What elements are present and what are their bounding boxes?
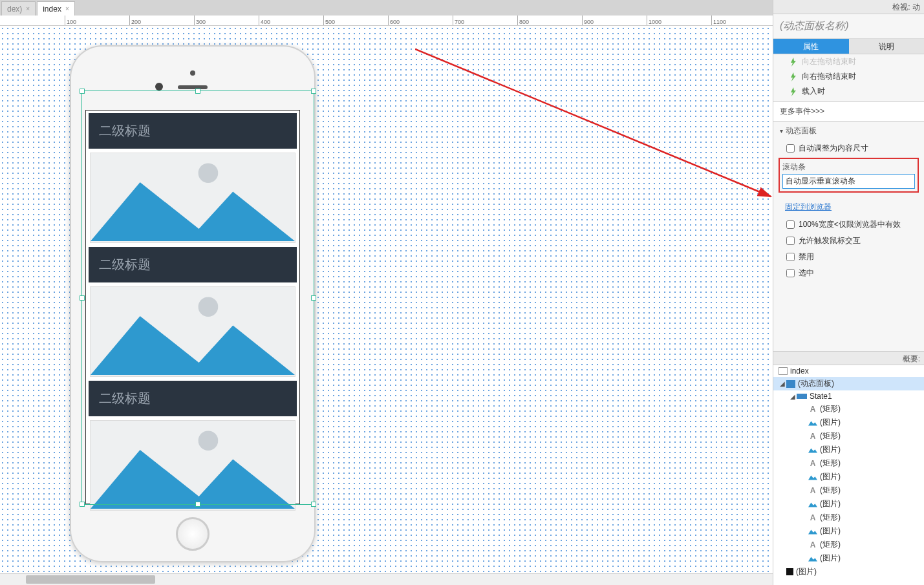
tab-prev[interactable]: dex)× (1, 1, 36, 16)
tab-index[interactable]: index× (37, 1, 75, 16)
lightning-icon (789, 58, 798, 67)
tab-properties[interactable]: 属性 (773, 39, 849, 54)
inspector-panel: 检视: 动 (动态面板名称) 属性 说明 向左拖动结束时 向右拖动结束时 载入时… (773, 0, 924, 585)
outline-row-dp[interactable]: ◢(动态面板) (773, 377, 924, 390)
canvas-area: 二级标题 二级标题 二级标题 (0, 26, 773, 585)
svg-point-1 (199, 163, 219, 183)
event-item[interactable]: 载入时 (773, 84, 924, 99)
phone-speaker-icon (178, 85, 208, 89)
card-heading: 二级标题 (89, 113, 297, 149)
image-placeholder (90, 420, 295, 511)
checkbox-selected[interactable]: 选中 (773, 265, 924, 281)
checkbox-disabled[interactable]: 禁用 (773, 249, 924, 265)
close-icon[interactable]: × (26, 5, 30, 12)
event-item[interactable]: 向右拖动结束时 (773, 69, 924, 84)
outline-header: 概要: (773, 351, 924, 365)
pin-to-browser-link[interactable]: 固定到浏览器 (773, 198, 924, 217)
outline-row-img[interactable]: (图片) (773, 551, 924, 565)
svg-marker-15 (808, 557, 817, 561)
chevron-down-icon: ▾ (780, 127, 783, 134)
svg-marker-10 (808, 421, 817, 425)
outline-row-img[interactable]: (图片) (773, 416, 924, 429)
scrollbar-label: 滚动条 (782, 162, 915, 173)
card-item[interactable]: 二级标题 (89, 247, 297, 377)
image-icon (808, 419, 817, 427)
scrollbar-horizontal[interactable] (0, 573, 773, 585)
outline-row-state[interactable]: ◢State1 (773, 390, 924, 402)
dynamic-panel-icon (786, 380, 795, 388)
event-item[interactable]: 向左拖动结束时 (773, 54, 924, 69)
svg-marker-13 (808, 502, 817, 507)
image-placeholder (90, 286, 295, 377)
collapse-icon[interactable]: ◢ (789, 393, 797, 400)
inspector-header: 检视: 动 (773, 0, 924, 14)
card-item[interactable]: 二级标题 (89, 113, 297, 243)
outline-tree: index ◢(动态面板) ◢State1 A(矩形) (图片) A(矩形) (… (773, 365, 924, 585)
lightning-icon (789, 87, 798, 96)
phone-frame: 二级标题 二级标题 二级标题 (70, 45, 316, 562)
svg-line-9 (415, 49, 771, 197)
checkbox-autosize[interactable]: 自动调整为内容尺寸 (773, 140, 924, 156)
outline-row-rect[interactable]: A(矩形) (773, 538, 924, 551)
outline-row-img[interactable]: (图片) (773, 497, 924, 511)
outline-row-img[interactable]: (图片) (773, 565, 924, 579)
outline-row-img[interactable]: (图片) (773, 443, 924, 456)
close-icon[interactable]: × (65, 5, 69, 12)
image-icon (808, 473, 817, 481)
tab-notes[interactable]: 说明 (849, 39, 925, 54)
text-icon: A (808, 514, 817, 522)
inspector-tabs: 属性 说明 (773, 39, 924, 54)
checkbox-trigger-mouse[interactable]: 允许触发鼠标交互 (773, 233, 924, 249)
shape-icon (786, 568, 793, 575)
annotation-arrow-icon (415, 48, 773, 200)
text-icon: A (808, 460, 817, 467)
image-placeholder (90, 153, 295, 243)
image-icon (808, 446, 817, 454)
canvas[interactable]: 二级标题 二级标题 二级标题 (0, 26, 773, 573)
svg-marker-12 (808, 475, 817, 480)
outline-row-rect[interactable]: A(矩形) (773, 511, 924, 524)
properties-body: 向左拖动结束时 向右拖动结束时 载入时 更多事件>>> ▾动态面板 自动调整为内… (773, 54, 924, 351)
phone-screen: 二级标题 二级标题 二级标题 (85, 110, 300, 504)
more-events-button[interactable]: 更多事件>>> (773, 101, 924, 122)
outline-row-img[interactable]: (图片) (773, 470, 924, 484)
outline-row-rect[interactable]: A(矩形) (773, 484, 924, 497)
image-icon (808, 527, 817, 535)
text-icon: A (808, 405, 817, 413)
svg-point-4 (199, 297, 219, 317)
annotation-highlight: 滚动条 自动显示垂直滚动条 (779, 158, 919, 193)
scrollbar-select[interactable]: 自动显示垂直滚动条 (782, 174, 915, 189)
lightning-icon (789, 72, 798, 81)
widget-name-field[interactable]: (动态面板名称) (773, 14, 924, 39)
svg-marker-14 (808, 529, 817, 534)
page-icon (779, 367, 788, 375)
state-icon (797, 394, 807, 399)
collapse-icon[interactable]: ◢ (779, 380, 786, 387)
card-heading: 二级标题 (89, 247, 297, 282)
image-icon (808, 500, 817, 508)
text-icon: A (808, 541, 817, 549)
section-dynamic-panel[interactable]: ▾动态面板 (773, 122, 924, 140)
outline-row-rect[interactable]: A(矩形) (773, 456, 924, 470)
image-icon (808, 555, 817, 562)
outline-row-page[interactable]: index (773, 365, 924, 377)
phone-sensor-icon (190, 70, 195, 76)
text-icon: A (808, 432, 817, 440)
svg-point-7 (199, 431, 219, 451)
outline-row-img[interactable]: (图片) (773, 524, 924, 538)
phone-camera-icon (155, 83, 163, 90)
svg-marker-11 (808, 448, 817, 452)
card-heading: 二级标题 (89, 381, 297, 416)
outline-row-rect[interactable]: A(矩形) (773, 429, 924, 443)
home-button-icon (176, 517, 210, 551)
text-icon: A (808, 487, 817, 495)
outline-row-rect[interactable]: A(矩形) (773, 402, 924, 416)
checkbox-width100[interactable]: 100%宽度<仅限浏览器中有效 (773, 217, 924, 233)
card-item[interactable]: 二级标题 (89, 381, 297, 511)
